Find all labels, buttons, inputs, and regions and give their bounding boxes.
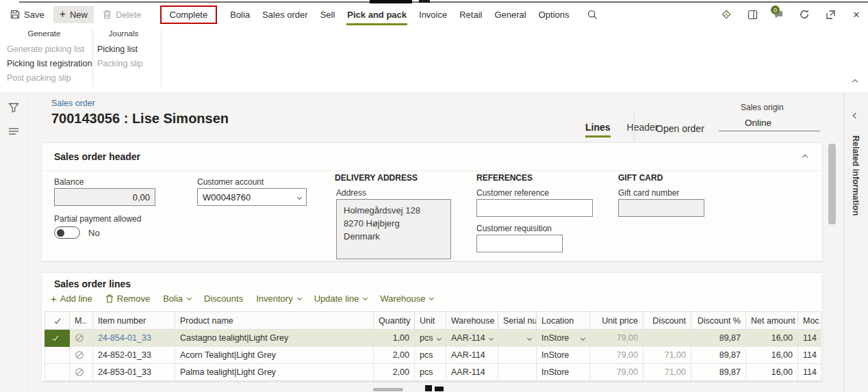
- row-select-cell[interactable]: [45, 364, 70, 381]
- customer-reference-input[interactable]: [476, 199, 593, 217]
- discounts-button[interactable]: Discounts: [204, 293, 243, 304]
- inventory-menu[interactable]: Inventory: [256, 293, 301, 304]
- select-all-header[interactable]: [45, 312, 70, 330]
- customer-requisition-input[interactable]: [476, 235, 563, 252]
- generate-picking-list-button[interactable]: Generate picking list: [3, 42, 86, 57]
- unit-price-cell[interactable]: 79,00: [590, 347, 643, 364]
- sales-origin-value[interactable]: Online: [719, 118, 820, 131]
- partial-payment-toggle[interactable]: [54, 226, 80, 239]
- menu-pick-and-pack[interactable]: Pick and pack: [341, 6, 413, 23]
- refresh-icon[interactable]: [798, 8, 810, 21]
- product-name-cell[interactable]: Castagno tealight|Light Grey: [175, 330, 374, 347]
- discount-pct-cell[interactable]: 89,87: [691, 330, 746, 347]
- table-row[interactable]: 24-854-01_33 Castagno tealight|Light Gre…: [45, 330, 821, 347]
- mode-cell[interactable]: 114: [798, 347, 821, 364]
- collapse-section-icon[interactable]: [802, 155, 808, 160]
- discount-pct-cell[interactable]: 89,87: [691, 364, 746, 381]
- section-title[interactable]: Sales order lines: [54, 278, 131, 289]
- new-button[interactable]: New: [53, 6, 94, 23]
- picking-list-registration-button[interactable]: Picking list registration: [3, 57, 86, 71]
- serial-cell[interactable]: [498, 364, 537, 381]
- unit-cell[interactable]: pcs: [415, 364, 446, 381]
- serial-cell[interactable]: [498, 347, 537, 364]
- menu-sales-order[interactable]: Sales order: [256, 6, 314, 23]
- col-unit[interactable]: Unit: [415, 312, 446, 330]
- row-marking-cell[interactable]: [70, 330, 93, 347]
- discount-cell[interactable]: 71,00: [643, 347, 691, 364]
- gift-card-number-input[interactable]: [618, 199, 704, 217]
- breadcrumb[interactable]: Sales order: [51, 99, 95, 108]
- row-marking-cell[interactable]: [70, 347, 93, 364]
- net-amount-cell[interactable]: 16,00: [746, 364, 798, 381]
- update-line-menu[interactable]: Update line: [314, 293, 368, 304]
- col-serial[interactable]: Serial nu...: [498, 312, 537, 330]
- row-marking-cell[interactable]: [70, 364, 93, 381]
- col-item-number[interactable]: Item number: [93, 312, 175, 330]
- warehouse-cell[interactable]: AAR-114: [446, 330, 498, 347]
- popout-icon[interactable]: [824, 8, 837, 21]
- net-amount-cell[interactable]: 16,00: [746, 330, 798, 347]
- feedback-icon[interactable]: 0: [772, 8, 784, 21]
- location-cell[interactable]: InStore: [537, 364, 590, 381]
- item-number-link[interactable]: 24-852-01_33: [93, 347, 175, 364]
- col-unit-price[interactable]: Unit price: [590, 312, 643, 330]
- discount-cell[interactable]: 71,00: [643, 364, 691, 381]
- warehouse-cell[interactable]: AAR-114: [446, 347, 498, 364]
- unit-price-cell[interactable]: 79,00: [590, 364, 643, 381]
- chevron-left-icon[interactable]: [853, 113, 858, 118]
- table-row[interactable]: 24-853-01_33 Palma tealight|Light Grey 2…: [45, 364, 821, 381]
- discount-pct-cell[interactable]: 89,87: [691, 347, 746, 364]
- location-cell[interactable]: InStore: [537, 330, 590, 347]
- unit-cell[interactable]: pcs: [415, 347, 446, 364]
- row-select-cell[interactable]: [45, 330, 70, 347]
- tab-lines[interactable]: Lines: [585, 122, 611, 138]
- related-information-label[interactable]: Related information: [851, 135, 860, 215]
- serial-cell[interactable]: [498, 330, 537, 347]
- search-button[interactable]: [581, 6, 604, 23]
- vertical-scrollbar-thumb[interactable]: [828, 144, 836, 224]
- tab-header[interactable]: Header: [627, 122, 659, 138]
- col-mode[interactable]: Moc: [798, 312, 821, 330]
- unit-price-cell[interactable]: 79,00: [590, 330, 643, 347]
- customer-account-combo[interactable]: W00048760: [197, 188, 307, 206]
- task-list-icon[interactable]: [8, 127, 19, 135]
- quantity-cell[interactable]: 1,00: [374, 330, 415, 347]
- remove-button[interactable]: Remove: [105, 293, 150, 304]
- task-pane-icon[interactable]: [746, 8, 758, 21]
- picking-list-button[interactable]: Picking list: [93, 42, 154, 57]
- delete-button[interactable]: Delete: [97, 6, 148, 23]
- menu-invoice[interactable]: Invoice: [413, 6, 453, 23]
- net-amount-cell[interactable]: 16,00: [746, 347, 798, 364]
- col-quantity[interactable]: Quantity: [374, 312, 415, 330]
- col-m[interactable]: M..: [70, 312, 93, 330]
- unit-cell[interactable]: pcs: [415, 330, 446, 347]
- add-line-button[interactable]: Add line: [51, 293, 92, 304]
- table-row[interactable]: 24-852-01_33 Acorn Tealight|Light Grey 2…: [45, 347, 821, 364]
- address-textbox[interactable]: Holmegårdsvej 128 8270 Højbjerg Denmark: [336, 199, 451, 259]
- chevron-down-icon[interactable]: [580, 335, 585, 340]
- bolia-menu[interactable]: Bolia: [163, 293, 191, 304]
- location-cell[interactable]: InStore: [537, 347, 590, 364]
- chevron-down-icon[interactable]: [297, 194, 302, 199]
- balance-input[interactable]: 0,00: [54, 188, 155, 206]
- menu-retail[interactable]: Retail: [453, 6, 488, 23]
- col-location[interactable]: Location: [537, 312, 590, 330]
- mode-cell[interactable]: 114: [798, 364, 821, 381]
- menu-bolia[interactable]: Bolia: [224, 6, 256, 23]
- packing-slip-button[interactable]: Packing slip: [93, 57, 154, 71]
- discount-cell[interactable]: [643, 330, 691, 347]
- quantity-cell[interactable]: 2,00: [374, 347, 415, 364]
- item-number-link[interactable]: 24-853-01_33: [93, 364, 175, 381]
- gem-icon[interactable]: [720, 8, 732, 21]
- mode-cell[interactable]: 114: [798, 330, 821, 347]
- col-warehouse[interactable]: Warehouse: [446, 312, 498, 330]
- close-icon[interactable]: ×: [850, 8, 863, 21]
- col-net-amount[interactable]: Net amount: [746, 312, 798, 330]
- chevron-down-icon[interactable]: [437, 335, 442, 340]
- quantity-cell[interactable]: 2,00: [374, 364, 415, 381]
- chevron-down-icon[interactable]: [527, 335, 532, 340]
- chevron-down-icon[interactable]: [489, 335, 494, 340]
- menu-options[interactable]: Options: [533, 6, 576, 23]
- col-discount[interactable]: Discount: [643, 312, 691, 330]
- product-name-cell[interactable]: Palma tealight|Light Grey: [175, 364, 374, 381]
